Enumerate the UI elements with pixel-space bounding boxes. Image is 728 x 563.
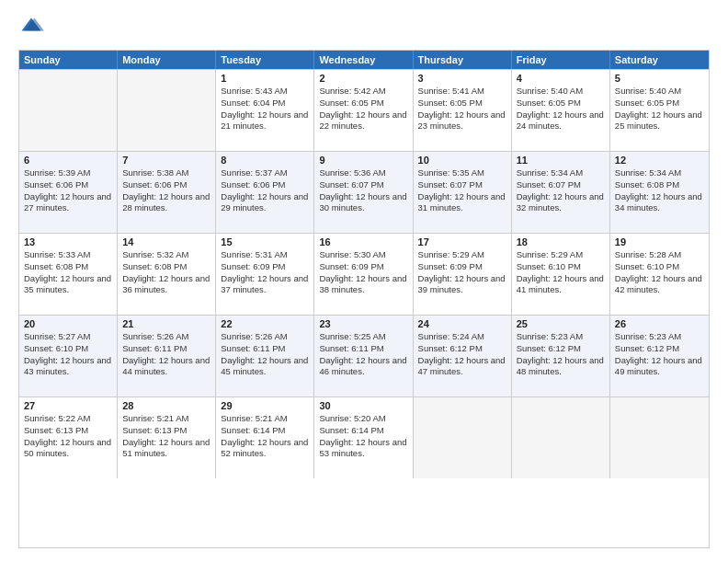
day-info: Sunrise: 5:40 AM Sunset: 6:05 PM Dayligh…	[517, 86, 605, 132]
day-number: 30	[319, 400, 407, 411]
day-cell-2: 2Sunrise: 5:42 AM Sunset: 6:05 PM Daylig…	[314, 70, 413, 151]
day-cell-18: 18Sunrise: 5:29 AM Sunset: 6:10 PM Dayli…	[512, 234, 610, 315]
day-number: 26	[615, 318, 704, 329]
empty-cell-0-0	[19, 70, 118, 151]
header-day-wednesday: Wednesday	[314, 51, 413, 69]
logo	[18, 15, 48, 40]
calendar-body: 1Sunrise: 5:43 AM Sunset: 6:04 PM Daylig…	[19, 69, 709, 478]
header-day-saturday: Saturday	[610, 51, 709, 69]
day-number: 6	[24, 155, 112, 166]
day-info: Sunrise: 5:21 AM Sunset: 6:14 PM Dayligh…	[221, 413, 309, 460]
day-info: Sunrise: 5:23 AM Sunset: 6:12 PM Dayligh…	[615, 331, 704, 378]
day-cell-16: 16Sunrise: 5:30 AM Sunset: 6:09 PM Dayli…	[314, 234, 413, 315]
calendar-row-0: 1Sunrise: 5:43 AM Sunset: 6:04 PM Daylig…	[19, 69, 709, 151]
day-cell-21: 21Sunrise: 5:26 AM Sunset: 6:11 PM Dayli…	[118, 316, 216, 396]
day-cell-27: 27Sunrise: 5:22 AM Sunset: 6:13 PM Dayli…	[19, 397, 118, 478]
day-cell-9: 9Sunrise: 5:36 AM Sunset: 6:07 PM Daylig…	[314, 152, 413, 233]
day-number: 2	[319, 73, 407, 84]
day-number: 7	[122, 155, 210, 166]
day-cell-19: 19Sunrise: 5:28 AM Sunset: 6:10 PM Dayli…	[610, 234, 709, 315]
day-cell-10: 10Sunrise: 5:35 AM Sunset: 6:07 PM Dayli…	[414, 152, 512, 233]
day-number: 21	[122, 318, 210, 329]
day-info: Sunrise: 5:34 AM Sunset: 6:08 PM Dayligh…	[615, 167, 704, 214]
empty-cell-4-6	[610, 397, 709, 478]
day-info: Sunrise: 5:29 AM Sunset: 6:10 PM Dayligh…	[517, 249, 605, 296]
day-info: Sunrise: 5:36 AM Sunset: 6:07 PM Dayligh…	[319, 167, 407, 214]
day-info: Sunrise: 5:39 AM Sunset: 6:06 PM Dayligh…	[24, 167, 112, 214]
day-number: 17	[418, 236, 506, 247]
day-cell-28: 28Sunrise: 5:21 AM Sunset: 6:13 PM Dayli…	[118, 397, 216, 478]
day-number: 3	[418, 73, 506, 84]
page: SundayMondayTuesdayWednesdayThursdayFrid…	[0, 0, 728, 563]
day-cell-8: 8Sunrise: 5:37 AM Sunset: 6:06 PM Daylig…	[216, 152, 314, 233]
day-info: Sunrise: 5:25 AM Sunset: 6:11 PM Dayligh…	[319, 331, 407, 378]
day-info: Sunrise: 5:21 AM Sunset: 6:13 PM Dayligh…	[122, 413, 210, 460]
day-number: 1	[221, 73, 309, 84]
day-info: Sunrise: 5:37 AM Sunset: 6:06 PM Dayligh…	[221, 167, 309, 214]
day-cell-22: 22Sunrise: 5:26 AM Sunset: 6:11 PM Dayli…	[216, 316, 314, 396]
day-info: Sunrise: 5:28 AM Sunset: 6:10 PM Dayligh…	[615, 249, 704, 296]
day-number: 13	[24, 236, 112, 247]
day-cell-15: 15Sunrise: 5:31 AM Sunset: 6:09 PM Dayli…	[216, 234, 314, 315]
day-number: 29	[221, 400, 309, 411]
day-cell-24: 24Sunrise: 5:24 AM Sunset: 6:12 PM Dayli…	[414, 316, 512, 396]
day-number: 18	[517, 236, 605, 247]
day-number: 16	[319, 236, 407, 247]
day-info: Sunrise: 5:41 AM Sunset: 6:05 PM Dayligh…	[418, 86, 506, 132]
calendar: SundayMondayTuesdayWednesdayThursdayFrid…	[18, 50, 710, 548]
calendar-header: SundayMondayTuesdayWednesdayThursdayFrid…	[19, 51, 709, 69]
day-info: Sunrise: 5:40 AM Sunset: 6:05 PM Dayligh…	[615, 86, 704, 132]
day-info: Sunrise: 5:26 AM Sunset: 6:11 PM Dayligh…	[122, 331, 210, 378]
day-number: 5	[615, 73, 704, 84]
day-cell-29: 29Sunrise: 5:21 AM Sunset: 6:14 PM Dayli…	[216, 397, 314, 478]
day-number: 14	[122, 236, 210, 247]
empty-cell-4-5	[512, 397, 610, 478]
day-cell-26: 26Sunrise: 5:23 AM Sunset: 6:12 PM Dayli…	[610, 316, 709, 396]
day-cell-11: 11Sunrise: 5:34 AM Sunset: 6:07 PM Dayli…	[512, 152, 610, 233]
header-day-friday: Friday	[512, 51, 610, 69]
empty-cell-0-1	[118, 70, 216, 151]
header-day-sunday: Sunday	[19, 51, 118, 69]
day-cell-12: 12Sunrise: 5:34 AM Sunset: 6:08 PM Dayli…	[610, 152, 709, 233]
day-info: Sunrise: 5:43 AM Sunset: 6:04 PM Dayligh…	[221, 86, 309, 132]
empty-cell-4-4	[414, 397, 512, 478]
day-number: 8	[221, 155, 309, 166]
calendar-row-2: 13Sunrise: 5:33 AM Sunset: 6:08 PM Dayli…	[19, 233, 709, 315]
day-info: Sunrise: 5:42 AM Sunset: 6:05 PM Dayligh…	[319, 86, 407, 132]
day-info: Sunrise: 5:34 AM Sunset: 6:07 PM Dayligh…	[517, 167, 605, 214]
day-number: 25	[517, 318, 605, 329]
calendar-row-1: 6Sunrise: 5:39 AM Sunset: 6:06 PM Daylig…	[19, 151, 709, 233]
day-cell-17: 17Sunrise: 5:29 AM Sunset: 6:09 PM Dayli…	[414, 234, 512, 315]
day-number: 4	[517, 73, 605, 84]
day-number: 20	[24, 318, 112, 329]
logo-icon	[18, 15, 44, 40]
calendar-row-4: 27Sunrise: 5:22 AM Sunset: 6:13 PM Dayli…	[19, 396, 709, 478]
day-info: Sunrise: 5:38 AM Sunset: 6:06 PM Dayligh…	[122, 167, 210, 214]
day-info: Sunrise: 5:32 AM Sunset: 6:08 PM Dayligh…	[122, 249, 210, 296]
day-number: 28	[122, 400, 210, 411]
day-cell-1: 1Sunrise: 5:43 AM Sunset: 6:04 PM Daylig…	[216, 70, 314, 151]
day-cell-7: 7Sunrise: 5:38 AM Sunset: 6:06 PM Daylig…	[118, 152, 216, 233]
day-info: Sunrise: 5:33 AM Sunset: 6:08 PM Dayligh…	[24, 249, 112, 296]
day-cell-13: 13Sunrise: 5:33 AM Sunset: 6:08 PM Dayli…	[19, 234, 118, 315]
day-cell-4: 4Sunrise: 5:40 AM Sunset: 6:05 PM Daylig…	[512, 70, 610, 151]
day-info: Sunrise: 5:26 AM Sunset: 6:11 PM Dayligh…	[221, 331, 309, 378]
day-number: 12	[615, 155, 704, 166]
day-number: 22	[221, 318, 309, 329]
day-info: Sunrise: 5:20 AM Sunset: 6:14 PM Dayligh…	[319, 413, 407, 460]
day-info: Sunrise: 5:35 AM Sunset: 6:07 PM Dayligh…	[418, 167, 506, 214]
day-cell-6: 6Sunrise: 5:39 AM Sunset: 6:06 PM Daylig…	[19, 152, 118, 233]
day-number: 19	[615, 236, 704, 247]
day-number: 23	[319, 318, 407, 329]
day-info: Sunrise: 5:27 AM Sunset: 6:10 PM Dayligh…	[24, 331, 112, 378]
header	[18, 15, 710, 40]
day-cell-14: 14Sunrise: 5:32 AM Sunset: 6:08 PM Dayli…	[118, 234, 216, 315]
day-number: 15	[221, 236, 309, 247]
header-day-thursday: Thursday	[414, 51, 512, 69]
header-day-tuesday: Tuesday	[216, 51, 314, 69]
day-number: 24	[418, 318, 506, 329]
day-number: 10	[418, 155, 506, 166]
calendar-row-3: 20Sunrise: 5:27 AM Sunset: 6:10 PM Dayli…	[19, 315, 709, 396]
day-info: Sunrise: 5:30 AM Sunset: 6:09 PM Dayligh…	[319, 249, 407, 296]
day-info: Sunrise: 5:29 AM Sunset: 6:09 PM Dayligh…	[418, 249, 506, 296]
